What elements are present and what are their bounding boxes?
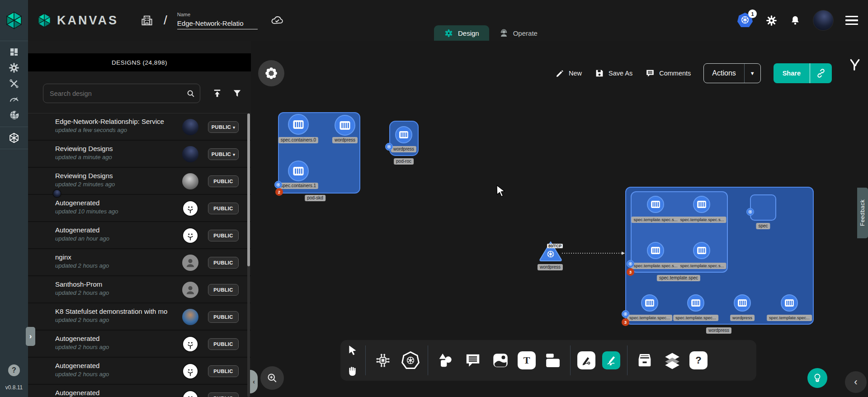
design-list-item[interactable]: Autogenerated updated 10 minutes ago PUB…: [28, 195, 251, 222]
node-container[interactable]: [693, 242, 710, 259]
nav-lifecycle[interactable]: [0, 60, 28, 76]
design-owner-avatar: [182, 309, 198, 325]
search-icon[interactable]: [182, 84, 200, 103]
design-name-input[interactable]: [177, 19, 258, 29]
container-label: spec.template.spec.s...: [631, 263, 679, 269]
visibility-badge[interactable]: PUBLIC ▾: [208, 230, 239, 241]
nav-kanvas[interactable]: [0, 127, 28, 149]
copy-link-icon[interactable]: [810, 63, 832, 83]
zoom-in-button[interactable]: [260, 366, 284, 390]
actions-dropdown-button[interactable]: Actions ▼: [703, 63, 760, 83]
actions-caret-icon[interactable]: ▼: [744, 64, 760, 83]
deployment-label: wordpress: [706, 327, 731, 334]
save-as-button[interactable]: Save As: [594, 68, 632, 78]
container-label: wordpress: [391, 146, 416, 152]
layers-tool[interactable]: [662, 345, 683, 375]
node-container[interactable]: [288, 161, 309, 181]
nav-performance[interactable]: [0, 91, 28, 107]
node-container[interactable]: [781, 294, 798, 312]
import-design-icon[interactable]: [208, 84, 226, 103]
annotation-comment-tool[interactable]: [462, 345, 483, 375]
notifications-bell-icon[interactable]: [789, 14, 801, 26]
nav-configuration[interactable]: [0, 76, 28, 91]
feedback-tab[interactable]: Feedback: [857, 188, 868, 238]
design-list-item[interactable]: Autogenerated updated 2 hours ago PUBLIC…: [28, 358, 251, 385]
visibility-badge[interactable]: PUBLIC ▾: [208, 392, 239, 397]
kubernetes-context-button[interactable]: 1: [737, 13, 754, 28]
node-container[interactable]: [335, 115, 355, 136]
design-list-item[interactable]: Edge-Network-Relationship: Service updat…: [28, 113, 251, 141]
error-count-badge[interactable]: 2: [275, 188, 283, 196]
error-count-badge[interactable]: 3: [622, 318, 629, 326]
design-search-input[interactable]: [43, 90, 182, 97]
node-spec[interactable]: [750, 194, 776, 221]
kubernetes-tool[interactable]: [400, 345, 421, 375]
canvas-context-button[interactable]: [258, 60, 284, 86]
tab-operate[interactable]: Operate: [489, 25, 547, 41]
components-tool[interactable]: [373, 345, 393, 375]
nav-dashboard[interactable]: [0, 44, 28, 60]
node-container[interactable]: [288, 114, 309, 135]
expand-nav-handle[interactable]: ›: [26, 327, 35, 346]
select-cursor-icon[interactable]: [347, 344, 359, 356]
new-button[interactable]: New: [555, 69, 582, 78]
comments-button[interactable]: Comments: [645, 68, 691, 78]
image-tool[interactable]: [490, 345, 511, 375]
settings-gear-icon[interactable]: [765, 14, 778, 27]
container-label: spec.containers.0: [278, 137, 318, 143]
node-container[interactable]: [647, 242, 664, 259]
text-tool[interactable]: T: [518, 351, 536, 369]
pan-hand-icon[interactable]: [347, 365, 358, 377]
designs-scrollbar-thumb[interactable]: [247, 113, 250, 266]
node-container[interactable]: [395, 126, 412, 143]
visibility-badge[interactable]: PUBLIC ▾: [208, 365, 239, 377]
help-icon[interactable]: ?: [8, 364, 20, 376]
share-button[interactable]: Share: [774, 63, 832, 83]
node-template-spec[interactable]: [631, 191, 728, 273]
node-container[interactable]: [641, 294, 658, 312]
visibility-badge[interactable]: PUBLIC ▾: [208, 311, 239, 323]
shapes-tool[interactable]: [435, 345, 456, 375]
user-avatar[interactable]: [813, 10, 834, 31]
node-container[interactable]: [687, 294, 704, 312]
design-list-item[interactable]: Autogenerated updated an hour ago PUBLIC…: [28, 222, 251, 249]
design-list-item[interactable]: Reviewing Designs updated 2 minutes ago …: [28, 168, 251, 195]
visibility-badge[interactable]: PUBLIC ▾: [208, 148, 239, 160]
design-list-item[interactable]: K8 Statefulset demonstration with mo upd…: [28, 303, 251, 331]
help-tool[interactable]: ?: [689, 351, 708, 369]
visibility-badge[interactable]: PUBLIC ▾: [208, 175, 239, 187]
pen-tool[interactable]: [577, 351, 595, 369]
visibility-badge[interactable]: PUBLIC ▾: [208, 284, 239, 296]
error-count-badge[interactable]: 3: [627, 268, 634, 276]
breadcrumb: / Name: [140, 0, 284, 41]
design-list-item[interactable]: Autogenerated updated 2 hours ago PUBLIC…: [28, 331, 251, 358]
filter-icon[interactable]: [228, 84, 246, 103]
design-list-item[interactable]: Santhosh-Prom updated 2 hours ago PUBLIC…: [28, 276, 251, 303]
menu-hamburger-icon[interactable]: [845, 16, 858, 25]
freehand-draw-tool[interactable]: [602, 351, 620, 369]
chevron-left-button[interactable]: ‹: [845, 371, 867, 393]
design-list-item[interactable]: Autogenerated updated 2 hours ago PUBLIC…: [28, 385, 251, 397]
drawer-tool[interactable]: [634, 345, 655, 375]
tour-balloon-button[interactable]: [807, 368, 827, 388]
nav-extensions[interactable]: [0, 107, 28, 123]
frame-tool[interactable]: [542, 345, 563, 375]
kanvas-brand[interactable]: KANVAS: [36, 0, 118, 41]
design-canvas[interactable]: New Save As Comments Actions ▼ Share: [251, 41, 868, 397]
design-list-item[interactable]: nginx updated 2 hours ago PUBLIC ▾: [28, 249, 251, 276]
visibility-badge[interactable]: PUBLIC ▾: [208, 257, 239, 269]
visibility-badge[interactable]: PUBLIC ▾: [208, 338, 239, 350]
tab-design[interactable]: Design: [434, 25, 489, 41]
node-container[interactable]: [647, 196, 664, 213]
edge-port-label: 80/TCP: [547, 244, 563, 248]
visibility-badge[interactable]: PUBLIC ▾: [208, 203, 239, 214]
organization-icon[interactable]: [140, 14, 154, 27]
design-title: Santhosh-Prom: [55, 280, 191, 288]
edge-service-to-deployment[interactable]: [561, 250, 629, 257]
versions-branch-icon[interactable]: [848, 57, 862, 74]
node-container[interactable]: [734, 294, 751, 312]
node-container[interactable]: [693, 196, 710, 213]
sidebar-logo[interactable]: [0, 0, 28, 41]
visibility-badge[interactable]: PUBLIC ▾: [208, 121, 239, 133]
design-list-item[interactable]: Reviewing Designs updated a minute ago P…: [28, 141, 251, 168]
